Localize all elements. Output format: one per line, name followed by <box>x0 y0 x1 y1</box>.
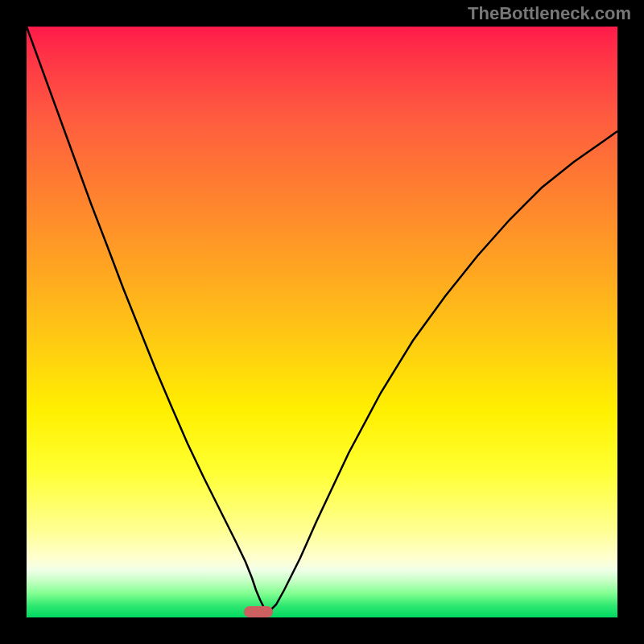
curve-svg <box>27 27 617 617</box>
optimal-marker <box>244 606 273 617</box>
plot-area <box>27 27 617 617</box>
watermark-text: TheBottleneck.com <box>468 3 631 24</box>
bottleneck-curve <box>27 27 617 613</box>
